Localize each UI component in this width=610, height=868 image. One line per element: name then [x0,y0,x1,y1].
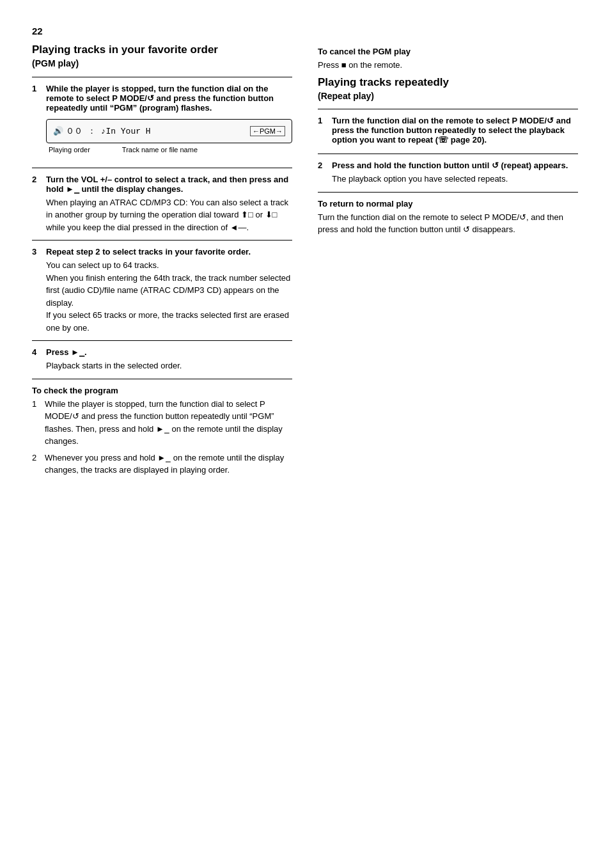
right-column: To cancel the PGM play Press ■ on the re… [318,43,578,480]
step-2-body: When playing an ATRAC CD/MP3 CD: You can… [46,196,292,234]
right-step-1: 1 Turn the function dial on the remote t… [318,116,578,147]
right-step-2-number: 2 [318,161,327,185]
step-1-number: 1 [32,84,41,161]
display-box: 🔊 ００ ： ♪In Your H ←PGM→ [46,119,292,143]
normal-play-body: Turn the function dial on the remote to … [318,211,578,236]
check-program-item-2-text: Whenever you press and hold ►⎯ on the re… [45,452,292,477]
cancel-pgm-body: Press ■ on the remote. [318,59,578,72]
display-labels: Playing order Track name or file name [49,146,292,154]
page-layout: Playing tracks in your favorite order (P… [32,43,578,480]
right-step-1-title: Turn the function dial on the remote to … [332,116,578,145]
right-section-title: Playing tracks repeatedly (Repeat play) [318,75,578,103]
display-left: 🔊 ００ ： ♪In Your H [53,125,151,137]
page-number: 22 [32,26,578,36]
normal-play-title: To return to normal play [318,199,578,209]
right-step-1-number: 1 [318,116,327,147]
step-3-title: Repeat step 2 to select tracks in your f… [46,247,292,256]
right-divider-2 [318,154,578,154]
step-3-content: Repeat step 2 to select tracks in your f… [46,247,292,334]
right-step-2-body: The playback option you have selected re… [332,173,578,185]
step-1-title: While the player is stopped, turn the fu… [46,84,292,113]
left-column: Playing tracks in your favorite order (P… [32,43,292,480]
step-4-title: Press ►⎯. [46,347,292,357]
check-program-item-2-num: 2 [32,452,41,477]
step-4-content: Press ►⎯. Playback starts in the selecte… [46,347,292,372]
step-2-title: Turn the VOL +/– control to select a tra… [46,175,292,194]
check-program-title: To check the program [32,386,292,395]
right-step-1-content: Turn the function dial on the remote to … [332,116,578,147]
step-4: 4 Press ►⎯. Playback starts in the selec… [32,347,292,372]
step-3-number: 3 [32,247,41,334]
display-pgm: ←PGM→ [250,126,285,136]
step-4-number: 4 [32,347,41,372]
display-label-track: Track name or file name [122,146,198,154]
display-label-order: Playing order [49,146,90,154]
cancel-pgm-title: To cancel the PGM play [318,47,578,56]
section-divider-1 [32,77,292,77]
section-divider-2 [32,168,292,168]
right-step-2: 2 Press and hold the function button unt… [318,161,578,185]
step-2-content: Turn the VOL +/– control to select a tra… [46,175,292,234]
step-2: 2 Turn the VOL +/– control to select a t… [32,175,292,234]
section-divider-5 [32,379,292,379]
section-divider-3 [32,240,292,241]
section-divider-4 [32,340,292,341]
step-2-number: 2 [32,175,41,234]
right-divider-1 [318,109,578,109]
right-step-2-content: Press and hold the function button until… [332,161,578,185]
step-1-content: While the player is stopped, turn the fu… [46,84,292,161]
check-program-item-1-text: While the player is stopped, turn the fu… [45,398,292,448]
step-3-body: You can select up to 64 tracks. When you… [46,259,292,334]
left-section-title: Playing tracks in your favorite order (P… [32,43,292,70]
display-text: ００ ： ♪In Your H [66,125,151,137]
check-program-item-1: 1 While the player is stopped, turn the … [32,398,292,448]
check-program-item-1-num: 1 [32,398,41,448]
step-4-body: Playback starts in the selected order. [46,359,292,372]
check-program-item-2: 2 Whenever you press and hold ►⎯ on the … [32,452,292,477]
right-step-2-title: Press and hold the function button until… [332,161,578,170]
step-3: 3 Repeat step 2 to select tracks in your… [32,247,292,334]
right-divider-3 [318,192,578,193]
step-1: 1 While the player is stopped, turn the … [32,84,292,161]
display-icon: 🔊 [53,126,63,136]
